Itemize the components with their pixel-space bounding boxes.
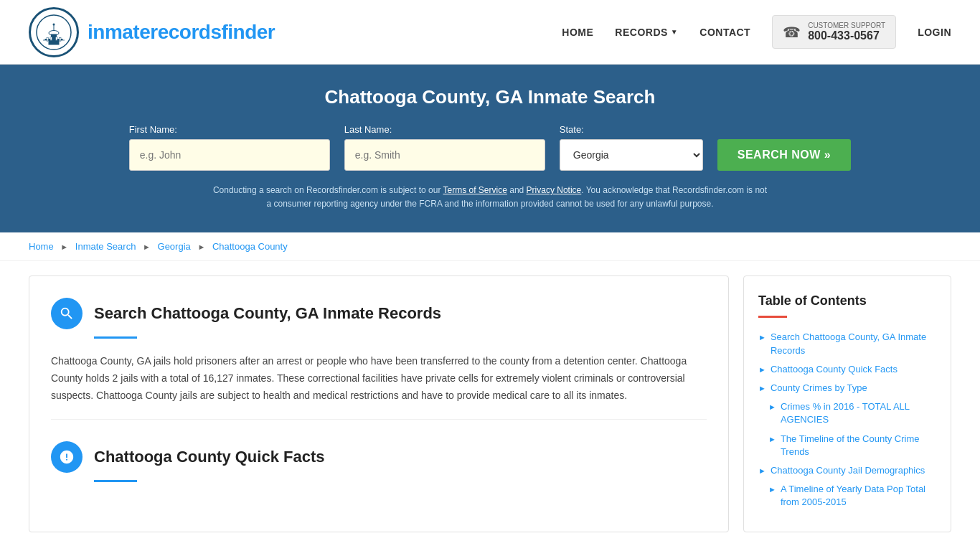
toc-link-7[interactable]: ► A Timeline of Yearly Data Pop Total fr… xyxy=(768,483,936,509)
arrow-icon-2: ► xyxy=(758,364,766,375)
last-name-input[interactable] xyxy=(344,139,545,171)
alert-icon xyxy=(59,449,75,465)
privacy-link[interactable]: Privacy Notice xyxy=(527,185,582,195)
toc-underline xyxy=(758,316,787,318)
toc-item-6: ► Chattooga County Jail Demographics xyxy=(758,464,936,477)
arrow-icon-4: ► xyxy=(768,402,776,413)
search-icon xyxy=(59,306,75,321)
arrow-icon-6: ► xyxy=(758,466,766,476)
arrow-icon-3: ► xyxy=(758,383,766,394)
banner-title: Chattooga County, GA Inmate Search xyxy=(29,86,951,108)
logo-icon xyxy=(29,7,79,57)
last-name-group: Last Name: xyxy=(344,124,545,171)
blue-underline-1 xyxy=(94,336,137,339)
support-box: ☎ CUSTOMER SUPPORT 800-433-0567 xyxy=(772,15,896,49)
breadcrumb-state[interactable]: Georgia xyxy=(158,241,191,252)
nav-contact[interactable]: CONTACT xyxy=(699,27,750,38)
breadcrumb-separator-1: ► xyxy=(60,242,68,251)
content-area: Search Chattooga County, GA Inmate Recor… xyxy=(29,276,729,532)
chevron-down-icon: ▼ xyxy=(671,28,678,36)
first-name-input[interactable] xyxy=(129,139,330,171)
breadcrumb-current: Chattooga County xyxy=(212,241,288,252)
logo-text: inmaterecordsfinder xyxy=(88,21,275,44)
support-info: CUSTOMER SUPPORT 800-433-0567 xyxy=(808,22,885,42)
toc-link-1[interactable]: ► Search Chattooga County, GA Inmate Rec… xyxy=(758,331,936,357)
logo-area: inmaterecordsfinder xyxy=(29,7,275,57)
toc-item-1: ► Search Chattooga County, GA Inmate Rec… xyxy=(758,331,936,357)
arrow-icon-7: ► xyxy=(768,484,776,495)
svg-rect-10 xyxy=(60,37,62,41)
search-banner: Chattooga County, GA Inmate Search First… xyxy=(0,65,980,232)
toc-item-7: ► A Timeline of Yearly Data Pop Total fr… xyxy=(768,483,936,509)
state-select[interactable]: Georgia Alabama Alaska xyxy=(560,139,703,171)
quick-facts-section: Chattooga County Quick Facts xyxy=(51,419,707,482)
section2-header: Chattooga County Quick Facts xyxy=(51,441,707,473)
support-phone: 800-433-0567 xyxy=(808,29,885,42)
toc-item-3: ► County Crimes by Type xyxy=(758,382,936,395)
svg-rect-7 xyxy=(47,37,49,41)
breadcrumb-separator-3: ► xyxy=(197,242,205,251)
main-nav: HOME RECORDS ▼ CONTACT ☎ CUSTOMER SUPPOR… xyxy=(562,15,951,49)
search-icon-circle xyxy=(51,298,83,329)
toc-link-2[interactable]: ► Chattooga County Quick Facts xyxy=(758,363,936,376)
last-name-label: Last Name: xyxy=(344,124,392,135)
inmate-records-section: Search Chattooga County, GA Inmate Recor… xyxy=(51,298,707,404)
nav-home[interactable]: HOME xyxy=(562,27,593,38)
nav-login[interactable]: LOGIN xyxy=(918,27,951,38)
disclaimer-text: Conducting a search on Recordsfinder.com… xyxy=(210,184,770,211)
breadcrumb-inmate-search[interactable]: Inmate Search xyxy=(75,241,136,252)
toc-link-6[interactable]: ► Chattooga County Jail Demographics xyxy=(758,464,936,477)
breadcrumb-home[interactable]: Home xyxy=(29,241,54,252)
toc-sidebar: Table of Contents ► Search Chattooga Cou… xyxy=(743,276,951,532)
toc-item-2: ► Chattooga County Quick Facts xyxy=(758,363,936,376)
alert-icon-circle xyxy=(51,441,83,473)
section1-title: Search Chattooga County, GA Inmate Recor… xyxy=(94,304,441,323)
breadcrumb: Home ► Inmate Search ► Georgia ► Chattoo… xyxy=(0,232,980,261)
support-label: CUSTOMER SUPPORT xyxy=(808,22,885,29)
toc-link-3[interactable]: ► County Crimes by Type xyxy=(758,382,936,395)
section1-body: Chattooga County, GA jails hold prisoner… xyxy=(51,353,707,404)
toc-item-5: ► The Timeline of the County Crime Trend… xyxy=(768,433,936,458)
first-name-label: First Name: xyxy=(129,124,177,135)
toc-item-4: ► Crimes % in 2016 - TOTAL ALL AGENCIES xyxy=(768,400,936,426)
toc-link-5[interactable]: ► The Timeline of the County Crime Trend… xyxy=(768,433,936,458)
site-header: inmaterecordsfinder HOME RECORDS ▼ CONTA… xyxy=(0,0,980,65)
arrow-icon-5: ► xyxy=(768,434,776,445)
first-name-group: First Name: xyxy=(129,124,330,171)
state-group: State: Georgia Alabama Alaska xyxy=(560,124,703,171)
search-form: First Name: Last Name: State: Georgia Al… xyxy=(29,124,951,171)
terms-link[interactable]: Terms of Service xyxy=(443,185,507,195)
nav-records[interactable]: RECORDS ▼ xyxy=(615,27,678,38)
blue-underline-2 xyxy=(94,480,137,482)
headphone-icon: ☎ xyxy=(783,24,801,41)
section2-title: Chattooga County Quick Facts xyxy=(94,448,324,466)
search-button[interactable]: SEARCH NOW » xyxy=(717,139,851,171)
section1-header: Search Chattooga County, GA Inmate Recor… xyxy=(51,298,707,329)
toc-title: Table of Contents xyxy=(758,293,936,309)
arrow-icon-1: ► xyxy=(758,332,766,343)
toc-link-4[interactable]: ► Crimes % in 2016 - TOTAL ALL AGENCIES xyxy=(768,400,936,426)
main-content: Search Chattooga County, GA Inmate Recor… xyxy=(0,261,980,547)
breadcrumb-separator-2: ► xyxy=(143,242,151,251)
state-label: State: xyxy=(560,124,584,135)
svg-point-6 xyxy=(53,23,55,25)
